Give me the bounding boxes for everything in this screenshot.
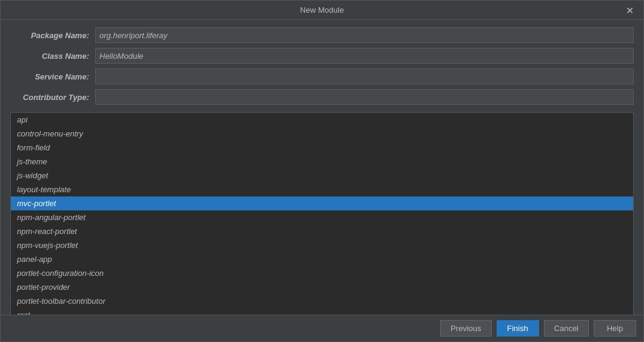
cancel-button[interactable]: Cancel <box>544 320 589 337</box>
close-button[interactable]: ✕ <box>622 3 637 17</box>
list-item[interactable]: mvc-portlet <box>11 196 633 210</box>
dialog-body: Package Name: Class Name: Service Name: … <box>1 20 643 315</box>
service-name-input[interactable] <box>95 69 634 84</box>
contributor-type-input[interactable] <box>95 89 634 105</box>
list-item[interactable]: npm-angular-portlet <box>11 210 633 224</box>
package-name-label: Package Name: <box>10 31 95 40</box>
list-item[interactable]: portlet-provider <box>11 280 633 294</box>
list-item[interactable]: js-theme <box>11 155 633 169</box>
list-item[interactable]: layout-template <box>11 183 633 196</box>
help-button[interactable]: Help <box>594 320 636 337</box>
package-name-row: Package Name: <box>10 27 634 43</box>
list-item[interactable]: api <box>11 113 633 127</box>
list-item[interactable]: form-field <box>11 141 633 155</box>
list-item[interactable]: portlet-configuration-icon <box>11 266 633 280</box>
contributor-type-label: Contributor Type: <box>10 93 95 102</box>
previous-button[interactable]: Previous <box>440 320 492 337</box>
list-item[interactable]: npm-vuejs-portlet <box>11 238 633 252</box>
dialog-footer: Previous Finish Cancel Help <box>1 315 643 341</box>
list-item[interactable]: panel-app <box>11 252 633 266</box>
contributor-type-list[interactable]: apicontrol-menu-entryform-fieldjs-themej… <box>10 112 634 315</box>
class-name-label: Class Name: <box>10 52 95 61</box>
service-name-label: Service Name: <box>10 72 95 81</box>
list-item[interactable]: npm-react-portlet <box>11 224 633 238</box>
dialog-title: New Module <box>300 5 344 15</box>
service-name-row: Service Name: <box>10 69 634 84</box>
finish-button[interactable]: Finish <box>497 320 539 337</box>
package-name-input[interactable] <box>95 27 634 43</box>
list-item[interactable]: control-menu-entry <box>11 127 633 141</box>
list-wrapper: 我们这里选择mvc-portlet apicontrol-menu-entryf… <box>10 110 634 315</box>
new-module-dialog: New Module ✕ Package Name: Class Name: S… <box>0 0 644 342</box>
class-name-row: Class Name: <box>10 48 634 64</box>
dialog-titlebar: New Module ✕ <box>1 1 643 20</box>
list-item[interactable]: rest <box>11 308 633 315</box>
class-name-input[interactable] <box>95 48 634 64</box>
contributor-type-row: Contributor Type: <box>10 89 634 105</box>
list-item[interactable]: portlet-toolbar-contributor <box>11 294 633 308</box>
list-item[interactable]: js-widget <box>11 169 633 183</box>
